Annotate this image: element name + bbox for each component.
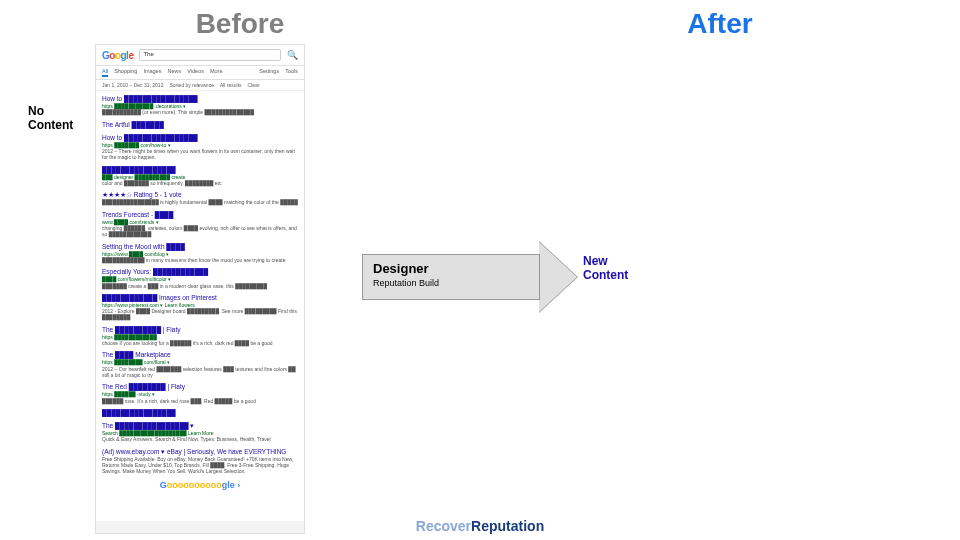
serp-header: Google The 🔍 bbox=[96, 45, 304, 66]
tab-all[interactable]: All bbox=[102, 68, 108, 77]
tab-videos[interactable]: Videos bbox=[187, 68, 204, 77]
google-logo: Google bbox=[102, 50, 133, 61]
no-content-label: No Content bbox=[28, 105, 73, 133]
tab-settings[interactable]: Settings bbox=[259, 68, 279, 77]
search-result[interactable]: Trends Forecast - ████www.████.com/trend… bbox=[102, 211, 298, 238]
arrow-title: Designer bbox=[373, 261, 529, 276]
serp-tabs: All Shopping Images News Videos More Set… bbox=[96, 66, 304, 80]
new-content-label: New Content bbox=[583, 255, 628, 283]
before-serp: Google The 🔍 All Shopping Images News Vi… bbox=[95, 44, 305, 534]
search-result[interactable]: Especially Yours: ████████████████.com/f… bbox=[102, 268, 298, 289]
search-result[interactable]: The ██████████ | Flatyhttps ████████████… bbox=[102, 326, 298, 347]
tab-images[interactable]: Images bbox=[143, 68, 161, 77]
search-result[interactable]: The ████ Marketplacehttps ████████ com/f… bbox=[102, 351, 298, 378]
after-heading: After bbox=[480, 8, 960, 40]
search-result[interactable]: ████████████ Images on Pinteresthttps://… bbox=[102, 294, 298, 321]
tab-tools[interactable]: Tools bbox=[285, 68, 298, 77]
search-result[interactable]: ████████████████ bbox=[102, 409, 298, 417]
serp-tools-row: Jan 1, 2010 – Dec 31, 2012 Sorted by rel… bbox=[96, 80, 304, 91]
sort-filter[interactable]: Sorted by relevance bbox=[169, 82, 213, 88]
search-result[interactable]: The Red ████████ | Flatyhttps ██████ -st… bbox=[102, 383, 298, 404]
search-result[interactable]: ★★★★☆ Rating 5 - 1 vote████████████████ … bbox=[102, 191, 298, 205]
tab-more[interactable]: More bbox=[210, 68, 223, 77]
search-result[interactable]: ███████████████████ designer ██████████ … bbox=[102, 166, 298, 187]
before-heading: Before bbox=[0, 8, 480, 40]
serp-results-before: How to ████████████████https ███████████… bbox=[96, 91, 304, 521]
search-result[interactable]: Setting the Mood with ████https://www.██… bbox=[102, 243, 298, 264]
results-filter[interactable]: All results bbox=[220, 82, 242, 88]
search-input[interactable]: The bbox=[139, 49, 281, 61]
tab-news[interactable]: News bbox=[167, 68, 181, 77]
search-icon[interactable]: 🔍 bbox=[287, 50, 298, 60]
search-result[interactable]: How to ████████████████https ███████ com… bbox=[102, 134, 298, 161]
search-result[interactable]: (Ad) www.ebay.com ▾ eBay | Seriously, We… bbox=[102, 448, 298, 475]
clear-filter[interactable]: Clear bbox=[248, 82, 260, 88]
center-arrow: Designer Reputation Build bbox=[362, 242, 582, 312]
search-result[interactable]: How to ████████████████https ███████████… bbox=[102, 95, 298, 116]
footer-brand: RecoverReputation bbox=[416, 518, 544, 534]
tab-shopping[interactable]: Shopping bbox=[114, 68, 137, 77]
date-filter[interactable]: Jan 1, 2010 – Dec 31, 2012 bbox=[102, 82, 163, 88]
google-pager[interactable]: Goooooooooogle› bbox=[102, 480, 298, 490]
arrow-subtitle: Reputation Build bbox=[373, 278, 529, 288]
search-result[interactable]: The Artful ███████ bbox=[102, 121, 298, 129]
search-result[interactable]: The ████████████████ ▾Search ███████████… bbox=[102, 422, 298, 443]
